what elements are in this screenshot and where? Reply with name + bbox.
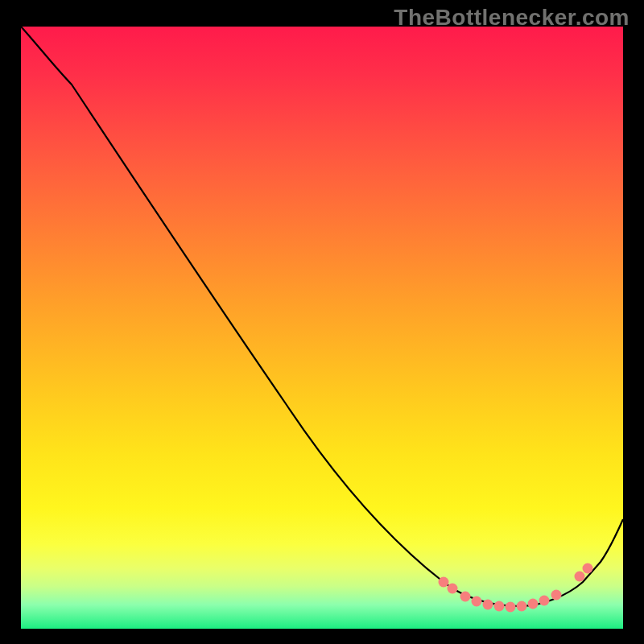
dot-group <box>439 564 593 613</box>
chart-frame: TheBottlenecker.com <box>0 0 644 644</box>
data-dot <box>506 602 516 613</box>
data-dot <box>494 601 505 612</box>
data-dot <box>583 564 593 574</box>
plot-svg <box>21 27 623 629</box>
plot-area <box>21 27 623 629</box>
data-dot <box>460 592 471 602</box>
data-dot <box>483 600 493 610</box>
curve-line <box>21 27 623 606</box>
data-dot <box>551 590 562 601</box>
data-dot <box>528 599 539 609</box>
data-dot <box>539 596 550 606</box>
data-dot <box>448 584 458 594</box>
data-dot <box>575 572 585 582</box>
data-dot <box>517 601 527 612</box>
data-dot <box>439 577 449 588</box>
data-dot <box>472 597 482 607</box>
